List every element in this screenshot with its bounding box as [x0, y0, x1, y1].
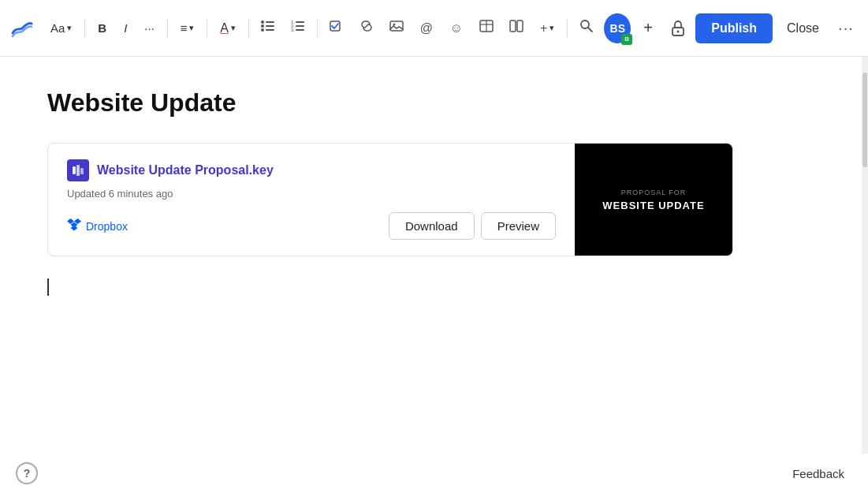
add-user-icon: + — [643, 19, 653, 37]
mention-icon: @ — [420, 21, 433, 35]
preview-title-label: WEBSITE UPDATE — [602, 200, 704, 211]
dropbox-icon — [67, 217, 81, 235]
file-card-content: Website Update Proposal.key Updated 6 mi… — [48, 144, 575, 256]
insert-dropdown-icon: ▾ — [549, 23, 554, 33]
svg-rect-7 — [296, 21, 304, 23]
align-icon: ≡ — [181, 21, 188, 35]
italic-button[interactable]: I — [117, 17, 133, 39]
svg-text:3.: 3. — [291, 28, 295, 32]
file-type-icon — [67, 159, 89, 181]
font-size-label: Aa — [50, 21, 65, 35]
svg-point-2 — [261, 24, 264, 28]
svg-line-13 — [365, 24, 368, 28]
help-button[interactable]: ? — [16, 462, 38, 484]
dropbox-link[interactable]: Dropbox — [67, 217, 128, 235]
font-size-dropdown-icon: ▾ — [67, 23, 72, 33]
color-dropdown-icon: ▾ — [231, 23, 236, 33]
lock-button[interactable] — [665, 14, 691, 43]
svg-point-24 — [677, 30, 680, 32]
logo-icon[interactable] — [9, 14, 35, 43]
scrollbar-thumb[interactable] — [862, 73, 867, 167]
svg-point-0 — [261, 21, 264, 24]
insert-plus-icon: + — [540, 21, 547, 35]
table-icon — [479, 18, 494, 38]
task-button[interactable] — [324, 14, 349, 43]
align-dropdown-icon: ▾ — [189, 23, 194, 33]
image-button[interactable] — [384, 14, 409, 43]
svg-rect-25 — [73, 166, 76, 174]
emoji-button[interactable]: ☺ — [444, 14, 469, 43]
toolbar-divider-1 — [84, 19, 85, 38]
page-title[interactable]: Website Update — [47, 88, 814, 118]
link-icon — [359, 18, 374, 38]
table-button[interactable] — [474, 14, 499, 43]
numbered-list-button[interactable]: 1.2.3. — [285, 14, 311, 43]
file-name[interactable]: Website Update Proposal.key — [97, 163, 274, 177]
file-card: Website Update Proposal.key Updated 6 mi… — [47, 143, 733, 256]
numbered-list-icon: 1.2.3. — [290, 18, 306, 38]
toolbar-divider-3 — [207, 19, 207, 38]
svg-rect-26 — [76, 165, 80, 176]
toolbar-divider-2 — [167, 19, 168, 38]
editor-area[interactable]: Website Update Website Update Proposal.k… — [0, 57, 862, 454]
more-text-button[interactable]: ··· — [138, 17, 161, 39]
svg-rect-20 — [517, 21, 523, 32]
emoji-icon: ☺ — [450, 21, 463, 35]
file-buttons: Download Preview — [389, 212, 556, 240]
bullet-list-icon — [260, 18, 276, 38]
bullet-list-button[interactable] — [255, 14, 281, 43]
toolbar: Aa ▾ B I ··· ≡ ▾ A ▾ 1.2.3. — [0, 0, 868, 57]
layout-button[interactable] — [504, 14, 529, 43]
color-button[interactable]: A ▾ — [214, 17, 242, 39]
layout-icon — [509, 18, 524, 38]
svg-line-22 — [588, 28, 592, 32]
preview-sub-label: PROPOSAL FOR — [621, 189, 687, 196]
dropbox-label: Dropbox — [86, 220, 128, 233]
mention-button[interactable]: @ — [414, 14, 439, 43]
image-icon — [389, 18, 404, 38]
avatar-badge: B — [621, 34, 632, 45]
color-icon: A — [220, 21, 229, 35]
align-button[interactable]: ≡ ▾ — [174, 17, 201, 39]
more-text-icon: ··· — [144, 21, 155, 35]
scrollbar-track[interactable] — [862, 57, 868, 454]
svg-rect-14 — [390, 21, 403, 31]
insert-button[interactable]: + ▾ — [534, 17, 561, 39]
toolbar-divider-5 — [317, 19, 318, 38]
svg-rect-27 — [80, 168, 84, 174]
publish-button[interactable]: Publish — [695, 13, 773, 43]
more-options-button[interactable]: ··· — [833, 14, 859, 43]
bold-button[interactable]: B — [91, 17, 113, 39]
search-icon — [579, 18, 594, 38]
more-options-icon: ··· — [838, 19, 854, 37]
feedback-button[interactable]: Feedback — [784, 462, 852, 485]
search-button[interactable] — [574, 14, 599, 43]
bold-label: B — [98, 21, 106, 35]
file-updated: Updated 6 minutes ago — [67, 188, 556, 200]
svg-rect-11 — [296, 29, 304, 31]
file-title-row: Website Update Proposal.key — [67, 159, 556, 181]
svg-rect-3 — [266, 25, 274, 27]
svg-rect-19 — [510, 21, 516, 32]
close-button[interactable]: Close — [777, 15, 829, 42]
svg-point-4 — [261, 28, 264, 32]
download-button[interactable]: Download — [389, 212, 475, 240]
link-button[interactable] — [354, 14, 379, 43]
svg-rect-5 — [266, 29, 274, 31]
avatar[interactable]: BS B — [604, 13, 631, 43]
help-label: ? — [24, 467, 31, 480]
file-actions: Dropbox Download Preview — [67, 212, 556, 240]
svg-rect-9 — [296, 25, 304, 27]
svg-rect-1 — [266, 21, 274, 23]
main-content: Website Update Website Update Proposal.k… — [0, 57, 868, 454]
italic-label: I — [124, 21, 127, 35]
toolbar-divider-6 — [567, 19, 568, 38]
preview-button[interactable]: Preview — [481, 212, 556, 240]
text-cursor — [47, 278, 49, 296]
font-size-button[interactable]: Aa ▾ — [44, 17, 78, 39]
avatar-initials: BS — [610, 22, 625, 35]
add-user-button[interactable]: + — [635, 14, 661, 43]
toolbar-divider-4 — [248, 19, 249, 38]
footer: ? Feedback — [0, 454, 868, 493]
file-preview: PROPOSAL FOR WEBSITE UPDATE — [575, 144, 732, 256]
